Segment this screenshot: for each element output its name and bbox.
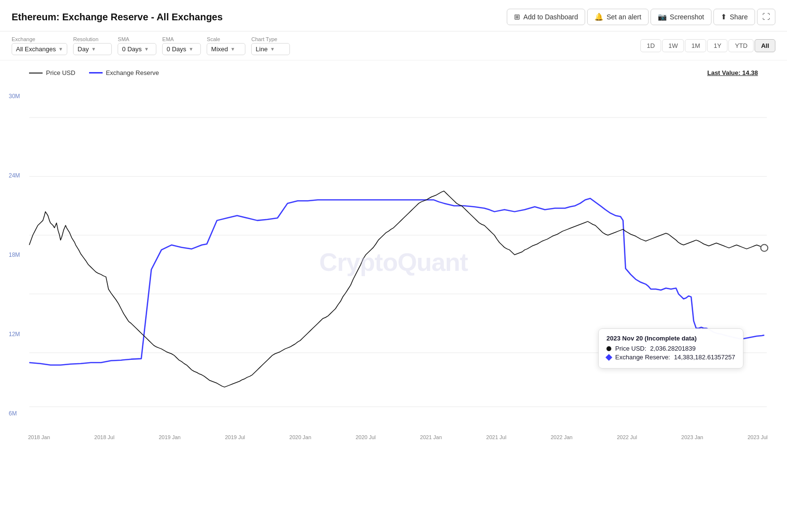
time-btn-all[interactable]: All	[755, 39, 775, 52]
x-label-2019jul: 2019 Jul	[225, 434, 245, 440]
reserve-line-indicator	[89, 72, 103, 74]
exchange-dropdown-arrow: ▼	[58, 46, 63, 52]
chart-container[interactable]: 30M 24M 18M 12M 6M	[0, 78, 787, 446]
chart-type-control: Chart Type Line ▼	[251, 36, 290, 55]
chart-type-label: Chart Type	[251, 36, 290, 42]
time-btn-1y[interactable]: 1Y	[707, 39, 727, 52]
tooltip-price-label: Price USD:	[615, 345, 646, 352]
chart-tooltip: 2023 Nov 20 (Incomplete data) Price USD:…	[598, 328, 743, 369]
exchange-select[interactable]: All Exchanges ▼	[12, 43, 67, 55]
ema-dropdown-arrow: ▼	[189, 46, 194, 52]
share-button[interactable]: ⬆ Share	[713, 9, 755, 25]
tooltip-reserve-label: Exchange Reserve:	[615, 354, 670, 361]
tooltip-reserve-dot	[605, 354, 612, 360]
chart-type-select[interactable]: Line ▼	[251, 43, 290, 55]
time-btn-1d[interactable]: 1D	[640, 39, 661, 52]
scale-dropdown-arrow: ▼	[230, 46, 235, 52]
expand-button[interactable]: ⛶	[757, 9, 775, 25]
resolution-label: Resolution	[73, 36, 112, 42]
tooltip-reserve-row: Exchange Reserve: 14,383,182.61357257	[606, 354, 735, 361]
x-label-2022jul: 2022 Jul	[617, 434, 637, 440]
sma-control: SMA 0 Days ▼	[118, 36, 156, 55]
tooltip-price-row: Price USD: 2,036.28201839	[606, 345, 735, 352]
legend-items: Price USD Exchange Reserve	[29, 69, 159, 76]
legend-reserve-label: Exchange Reserve	[106, 69, 159, 76]
x-axis: 2018 Jan 2018 Jul 2019 Jan 2019 Jul 2020…	[28, 434, 768, 440]
time-btn-1w[interactable]: 1W	[662, 39, 684, 52]
sma-select[interactable]: 0 Days ▼	[118, 43, 156, 55]
set-alert-button[interactable]: 🔔 Set an alert	[587, 9, 649, 25]
expand-icon: ⛶	[762, 13, 770, 21]
time-btn-ytd[interactable]: YTD	[728, 39, 754, 52]
time-range-bar: 1D 1W 1M 1Y YTD All	[640, 39, 775, 52]
x-label-2020jan: 2020 Jan	[289, 434, 311, 440]
x-label-2018jan: 2018 Jan	[28, 434, 50, 440]
time-btn-1m[interactable]: 1M	[685, 39, 706, 52]
tooltip-price-value: 2,036.28201839	[650, 345, 696, 352]
ema-control: EMA 0 Days ▼	[162, 36, 201, 55]
legend-price-label: Price USD	[46, 69, 76, 76]
exchange-control: Exchange All Exchanges ▼	[12, 36, 67, 55]
screenshot-button[interactable]: 📷 Screenshot	[651, 9, 711, 25]
last-value-display: Last Value: 14.38	[707, 69, 758, 76]
sma-label: SMA	[118, 36, 156, 42]
legend-price: Price USD	[29, 69, 76, 76]
chart-svg-wrapper: CryptoQuant 2023 Nov 20 (Incomplete data…	[0, 78, 787, 446]
scale-label: Scale	[207, 36, 245, 42]
legend-row: Price USD Exchange Reserve Last Value: 1…	[0, 65, 787, 78]
add-to-dashboard-button[interactable]: ⊞ Add to Dashboard	[507, 9, 585, 25]
tooltip-date: 2023 Nov 20 (Incomplete data)	[606, 335, 735, 342]
x-label-2023jan: 2023 Jan	[681, 434, 703, 440]
ema-label: EMA	[162, 36, 201, 42]
scale-select[interactable]: Mixed ▼	[207, 43, 245, 55]
tooltip-reserve-value: 14,383,182.61357257	[674, 354, 735, 361]
price-line-indicator	[29, 73, 43, 74]
tooltip-price-dot	[606, 346, 611, 351]
chart-type-dropdown-arrow: ▼	[270, 46, 275, 52]
x-label-2019jan: 2019 Jan	[159, 434, 181, 440]
share-icon: ⬆	[721, 13, 727, 21]
camera-icon: 📷	[658, 13, 667, 21]
resolution-select[interactable]: Day ▼	[73, 43, 112, 55]
chart-svg	[0, 78, 787, 446]
header: Ethereum: Exchange Reserve - All Exchang…	[0, 0, 787, 31]
controls-bar: Exchange All Exchanges ▼ Resolution Day …	[0, 31, 787, 60]
legend-reserve: Exchange Reserve	[89, 69, 159, 76]
resolution-control: Resolution Day ▼	[73, 36, 112, 55]
x-label-2023jul: 2023 Jul	[747, 434, 768, 440]
dashboard-icon: ⊞	[514, 13, 520, 21]
x-label-2021jul: 2021 Jul	[486, 434, 507, 440]
page-title: Ethereum: Exchange Reserve - All Exchang…	[12, 12, 223, 23]
resolution-dropdown-arrow: ▼	[91, 46, 96, 52]
x-label-2022jan: 2022 Jan	[551, 434, 573, 440]
x-label-2020jul: 2020 Jul	[356, 434, 376, 440]
price-end-dot	[761, 245, 768, 251]
x-label-2021jan: 2021 Jan	[420, 434, 442, 440]
bell-icon: 🔔	[594, 13, 604, 21]
scale-control: Scale Mixed ▼	[207, 36, 245, 55]
sma-dropdown-arrow: ▼	[144, 46, 149, 52]
ema-select[interactable]: 0 Days ▼	[162, 43, 201, 55]
x-label-2018jul: 2018 Jul	[94, 434, 115, 440]
header-actions: ⊞ Add to Dashboard 🔔 Set an alert 📷 Scre…	[507, 9, 775, 25]
exchange-label: Exchange	[12, 36, 67, 42]
chart-area: Price USD Exchange Reserve Last Value: 1…	[0, 60, 787, 446]
